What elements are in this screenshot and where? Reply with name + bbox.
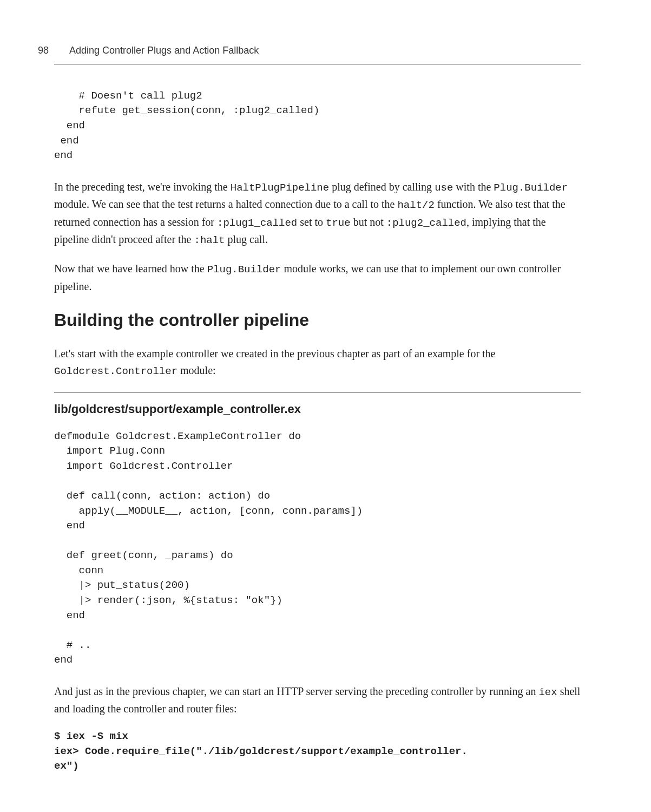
page-number: 98	[38, 43, 54, 58]
text: but not	[351, 216, 386, 228]
inline-code: :plug2_called	[386, 217, 466, 229]
inline-code: Goldcrest.Controller	[54, 365, 177, 377]
inline-code: :plug1_called	[217, 217, 297, 229]
text: with the	[453, 181, 494, 193]
text: In the preceding test, we're invoking th…	[54, 181, 231, 193]
inline-code: true	[326, 217, 351, 229]
text: And just as in the previous chapter, we …	[54, 685, 538, 697]
chapter-title: Adding Controller Plugs and Action Fallb…	[69, 43, 259, 58]
paragraph-3: Let's start with the example controller …	[54, 345, 581, 379]
file-path-heading: lib/goldcrest/support/example_controller…	[54, 392, 581, 423]
inline-code: :halt	[194, 234, 225, 246]
inline-code: halt/2	[397, 199, 434, 211]
text: plug call.	[225, 233, 268, 245]
inline-code: Plug.Builder	[494, 182, 568, 194]
section-heading: Building the controller pipeline	[54, 307, 581, 334]
code-block-test: # Doesn't call plug2 refute get_session(…	[54, 89, 581, 163]
text: set to	[297, 216, 326, 228]
page-header: 98 Adding Controller Plugs and Action Fa…	[54, 43, 581, 64]
code-block-iex: $ iex -S mix iex> Code.require_file("./l…	[54, 729, 581, 774]
inline-code: Plug.Builder	[207, 264, 281, 276]
inline-code: use	[435, 182, 453, 194]
text: Now that we have learned how the	[54, 263, 207, 274]
code-block-controller: defmodule Goldcrest.ExampleController do…	[54, 429, 581, 668]
text: module:	[177, 364, 216, 376]
paragraph-4: And just as in the previous chapter, we …	[54, 683, 581, 717]
inline-code: HaltPlugPipeline	[231, 182, 329, 194]
text: Let's start with the example controller …	[54, 348, 496, 359]
paragraph-1: In the preceding test, we're invoking th…	[54, 179, 581, 249]
text: module. We can see that the test returns…	[54, 198, 397, 210]
inline-code: iex	[538, 686, 557, 698]
paragraph-2: Now that we have learned how the Plug.Bu…	[54, 260, 581, 294]
text: plug defined by calling	[329, 181, 435, 193]
